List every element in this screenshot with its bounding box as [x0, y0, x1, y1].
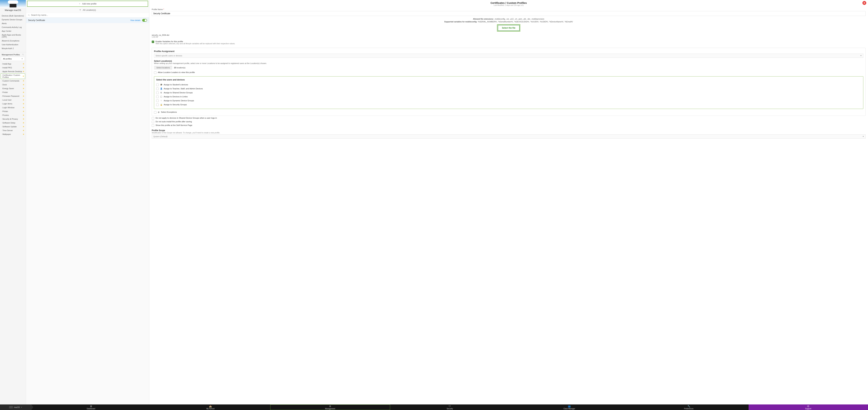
assign-row: 👤Assign to Teacher, Staff, and Admin Dev… [156, 87, 861, 91]
profile-nav-item[interactable]: ◦Install PKG★ [0, 66, 26, 70]
star-icon[interactable]: ★ [23, 102, 25, 105]
star-icon[interactable]: ★ [23, 83, 25, 86]
profile-nav-item[interactable]: ◦Login Items★ [0, 102, 26, 106]
star-icon[interactable]: ★ [23, 106, 25, 109]
profile-nav-item[interactable]: ◦Apple Remote Desktop★ [0, 70, 26, 73]
star-icon[interactable]: ★ [23, 66, 25, 69]
search-icon[interactable] [22, 54, 24, 56]
star-icon[interactable]: ★ [23, 99, 25, 101]
star-icon[interactable]: ★ [23, 114, 25, 116]
profile-nav-item[interactable]: ◦Custom Commands★ [0, 79, 26, 83]
star-icon[interactable]: ★ [23, 118, 25, 120]
profile-nav-item[interactable]: ◦Time Server★ [0, 129, 26, 132]
profile-nav-label: Time Server [2, 129, 13, 132]
sidebar-nav-item[interactable]: App Center [0, 29, 26, 33]
star-icon[interactable]: ★ [23, 95, 25, 97]
profile-nav-item[interactable]: ◦Software Delay★ [0, 121, 26, 125]
close-button[interactable] [863, 1, 866, 5]
assign-checkbox[interactable] [156, 104, 159, 106]
bottom-tab-support[interactable]: ⦿Support [749, 405, 868, 410]
bottom-tab-management[interactable]: ⚙Management [270, 405, 390, 410]
sidebar-nav-item[interactable]: Commands Activity Log [0, 25, 26, 29]
select-locations-button[interactable]: Select locations [154, 66, 172, 70]
profile-nav-item[interactable]: ◦Firmware Password★ [0, 94, 26, 98]
assign-checkbox[interactable] [156, 83, 159, 86]
tab-label: Security [447, 408, 453, 410]
bottom-tab-my-school[interactable]: 🏫My School [151, 405, 270, 410]
os-selector[interactable]: macOS ▼ [0, 405, 31, 410]
assign-checkbox[interactable] [156, 100, 159, 102]
profile-enabled-toggle[interactable] [142, 19, 147, 22]
extra-checkbox[interactable] [152, 124, 154, 127]
profile-nav-item[interactable]: ◦Wallpaper★ [0, 132, 26, 136]
select-file-button[interactable]: Select the file [498, 25, 519, 31]
profile-nav-label: Login Items [2, 103, 12, 105]
allow-leaders-checkbox[interactable] [154, 71, 156, 74]
profile-name-input[interactable] [152, 11, 866, 16]
profile-nav-item[interactable]: ◦Dock★ [0, 83, 26, 87]
star-icon[interactable]: ★ [23, 91, 25, 94]
view-details-link[interactable]: View details [130, 19, 141, 21]
assign-icon: ⧉ [160, 92, 162, 94]
tab-icon: 👥 [568, 405, 570, 408]
star-icon[interactable]: ★ [23, 133, 25, 135]
profile-nav-item[interactable]: ◦Software Update★ [0, 125, 26, 129]
profile-nav-item[interactable]: ◦Printer★ [0, 109, 26, 113]
profile-nav-label: Software Delay [2, 122, 16, 124]
all-locations-filter[interactable]: All Location(s) [26, 7, 149, 13]
assignment-card: Profile Assignment Select specific users… [152, 48, 866, 116]
profile-list-row[interactable]: Securly Certificate View details [26, 18, 149, 23]
profile-nav-item[interactable]: ◦Security & Privacy★ [0, 117, 26, 121]
sidebar-nav-item[interactable]: Devices (Bulk Operations) [0, 14, 26, 18]
profile-nav-item[interactable]: ◦Proxies★ [0, 113, 26, 117]
star-icon[interactable]: ★ [23, 87, 25, 90]
extra-checkbox[interactable] [152, 121, 154, 123]
detail-header: Certificates / Custom Profiles Last Modi… [152, 1, 866, 6]
bullet-icon: ◦ [1, 92, 2, 93]
supported-vars-value: '%SERIAL_NUMBER%', '%SerialNumber%', '%D… [478, 21, 573, 23]
profile-nav-item[interactable]: ◦Certificates / Custom Profiles★ [1, 73, 25, 79]
star-icon[interactable]: ★ [23, 126, 25, 128]
sidebar-nav-item[interactable]: Mosyle Auth 2 [0, 46, 26, 50]
sidebar-nav: Devices (Bulk Operations)Dynamic Device … [0, 13, 26, 51]
assign-checkbox[interactable] [156, 88, 159, 90]
sidebar-nav-item[interactable]: Dynamic Device Groups [0, 18, 26, 22]
sidebar-nav-item[interactable]: User Authentication [0, 43, 26, 46]
profile-nav-label: Software Update [2, 126, 17, 128]
assign-checkbox[interactable] [156, 92, 159, 94]
star-icon[interactable]: ★ [23, 70, 25, 73]
bottom-tab-dashboard[interactable]: 🗑Dashboard [31, 405, 151, 410]
add-new-profile-button[interactable]: ＋ Add new profile [27, 1, 148, 7]
assign-row: ∵Assign to Dynamic Device Groups [156, 99, 861, 103]
search-input[interactable] [31, 14, 147, 16]
bullet-icon: ◦ [1, 107, 2, 108]
profile-nav-item[interactable]: ◦Login Window★ [0, 106, 26, 109]
star-icon[interactable]: ★ [23, 79, 25, 82]
profile-nav-item[interactable]: ◦Local User★ [0, 98, 26, 102]
select-exceptions-checkbox[interactable] [154, 111, 156, 113]
star-icon[interactable]: ★ [23, 129, 25, 132]
sidebar-nav-item[interactable]: Apple Apps and Books (VPP) [0, 33, 26, 39]
bottom-tab-preferences[interactable]: 🔧Preferences [629, 405, 748, 410]
bottom-tab-security[interactable]: 🛡Security [390, 405, 509, 410]
star-icon[interactable]: ★ [23, 122, 25, 124]
enable-variables-checkbox[interactable] [152, 41, 154, 43]
extra-checkbox[interactable] [152, 117, 154, 119]
star-icon[interactable]: ★ [23, 110, 25, 112]
assign-checkbox[interactable] [156, 96, 159, 98]
assign-icon: ▢ [160, 95, 162, 98]
bottom-tab-class-manager[interactable]: 👥Class Manager [509, 405, 629, 410]
star-icon[interactable]: ★ [23, 63, 25, 65]
assign-icon: 👤 [160, 88, 162, 90]
profile-scope-select[interactable]: System (Default) ▼ [152, 134, 866, 139]
sidebar-nav-item[interactable]: Absent & Exceptions [0, 39, 26, 43]
all-profiles-dropdown[interactable]: All profiles ▼ [1, 57, 25, 61]
svg-line-3 [29, 15, 30, 16]
profile-nav-item[interactable]: ◦Energy Saver★ [0, 87, 26, 90]
star-icon[interactable]: ★ [22, 75, 24, 77]
tab-label: My School [207, 408, 215, 410]
profile-nav-item[interactable]: ◦Finder★ [0, 90, 26, 94]
profile-nav-item[interactable]: ◦Install App★ [0, 62, 26, 66]
assignment-select[interactable]: Select specific users or devices ▼ [154, 54, 863, 58]
sidebar-nav-item[interactable]: Alerts [0, 22, 26, 25]
